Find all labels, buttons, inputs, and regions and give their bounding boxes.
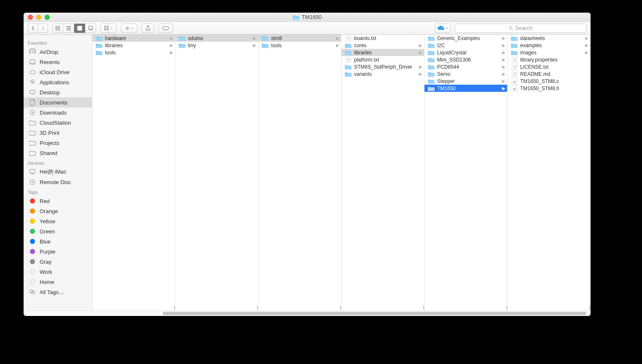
file-item[interactable]: Generic_Examples▶ <box>424 35 507 42</box>
view-list-button[interactable] <box>63 24 74 33</box>
sidebar-item-hei-imac[interactable]: Hei的 iMac <box>24 167 92 177</box>
chevron-right-icon: ▶ <box>419 43 422 48</box>
zoom-window-button[interactable] <box>45 15 50 20</box>
chevron-right-icon: ▶ <box>502 43 505 48</box>
sidebar-item-gray[interactable]: Gray <box>24 257 92 267</box>
chevron-right-icon: ▶ <box>336 36 339 40</box>
folder-icon <box>428 64 435 70</box>
imac-icon <box>29 168 36 176</box>
file-item[interactable]: variants▶ <box>341 70 424 78</box>
sidebar-item-label: All Tags… <box>40 289 64 295</box>
sidebar-item-blue[interactable]: Blue <box>24 236 92 246</box>
file-item[interactable]: LiquidCrystal▶ <box>424 49 507 56</box>
file-item[interactable]: sduino▶ <box>175 35 258 42</box>
tags-button[interactable] <box>158 24 173 33</box>
file-item[interactable]: examples▶ <box>508 42 590 49</box>
file-name: PCD8544 <box>437 64 500 70</box>
file-item[interactable]: tools▶ <box>92 49 175 56</box>
view-gallery-button[interactable] <box>85 24 96 33</box>
view-columns-button[interactable] <box>74 24 85 33</box>
nav-back-button[interactable] <box>28 24 38 33</box>
svg-rect-3 <box>58 29 60 30</box>
file-item[interactable]: boards.txt <box>341 35 424 42</box>
sidebar-item-desktop[interactable]: Desktop <box>24 87 92 97</box>
file-item[interactable]: PCD8544▶ <box>424 63 507 70</box>
file-item[interactable]: library.properties <box>508 56 590 63</box>
arrange-button[interactable] <box>100 24 117 33</box>
horizontal-scrollbar[interactable] <box>24 310 591 316</box>
file-item[interactable]: STM8S_StdPeriph_Driver▶ <box>341 63 424 70</box>
column-0[interactable]: hardware▶libraries▶tools▶|| <box>92 35 175 310</box>
file-item[interactable]: libraries▶ <box>341 49 424 56</box>
svg-point-20 <box>30 290 33 293</box>
file-item[interactable]: Servo▶ <box>424 70 507 78</box>
close-window-button[interactable] <box>28 15 33 20</box>
file-item[interactable]: Stepper▶ <box>424 78 507 85</box>
column-1[interactable]: sduino▶tiny▶|| <box>175 35 258 310</box>
file-item[interactable]: README.md <box>508 70 590 78</box>
svg-rect-5 <box>89 26 93 29</box>
window-body: FavoritesAirDropRecentsiCloud DriveAppli… <box>24 35 591 310</box>
sidebar-item-airdrop[interactable]: AirDrop <box>24 47 92 57</box>
file-item[interactable]: Mini_SSD1306▶ <box>424 56 507 63</box>
sidebar-item-documents[interactable]: Documents <box>24 97 92 107</box>
file-name: TM1650_STM8.c <box>520 78 588 84</box>
chevron-right-icon: ▶ <box>502 64 505 69</box>
file-item[interactable]: images▶ <box>508 49 590 56</box>
sidebar-item-green[interactable]: Green <box>24 226 92 236</box>
icloud-status-button[interactable] <box>435 24 451 33</box>
sidebar-item-3d-print[interactable]: 3D Print <box>24 128 92 138</box>
desktop-icon <box>29 88 36 96</box>
sidebar-item-shared[interactable]: Shared <box>24 148 92 158</box>
svg-rect-11 <box>163 27 169 30</box>
file-item[interactable]: stm8▶ <box>258 35 341 42</box>
file-item[interactable]: libraries▶ <box>92 42 175 49</box>
tag-icon <box>29 258 36 265</box>
sidebar-item-downloads[interactable]: Downloads <box>24 107 92 118</box>
sidebar-item-work[interactable]: Work <box>24 267 92 277</box>
search-placeholder: Search <box>515 25 532 31</box>
search-input[interactable]: Search <box>455 24 586 33</box>
view-icons-button[interactable] <box>52 24 63 33</box>
file-item[interactable]: tools▶ <box>258 42 341 49</box>
column-3[interactable]: boards.txtcores▶libraries▶platform.txtST… <box>341 35 424 310</box>
chevron-down-icon <box>446 27 448 29</box>
file-item[interactable]: TM1650▶ <box>424 85 507 92</box>
sidebar-item-projects[interactable]: Projects <box>24 138 92 148</box>
file-item[interactable]: tiny▶ <box>175 42 258 49</box>
folder-icon <box>511 43 518 48</box>
column-5[interactable]: datasheets▶examples▶images▶library.prope… <box>508 35 591 310</box>
sidebar-item-cloudstation[interactable]: CloudStation <box>24 118 92 128</box>
sidebar-item-applications[interactable]: Applications <box>24 77 92 87</box>
sidebar-item-purple[interactable]: Purple <box>24 246 92 257</box>
file-item[interactable]: LICENSE.txt <box>508 63 590 70</box>
tag-icon <box>29 248 36 255</box>
column-2[interactable]: stm8▶tools▶|| <box>258 35 341 310</box>
minimize-window-button[interactable] <box>36 15 41 20</box>
file-name: I2C <box>437 43 500 48</box>
file-item[interactable]: cores▶ <box>341 42 424 49</box>
svg-rect-7 <box>105 29 106 30</box>
sidebar-item-home[interactable]: Home <box>24 277 92 287</box>
sidebar-item-all-tags-[interactable]: All Tags… <box>24 287 92 297</box>
action-button[interactable] <box>121 24 137 33</box>
share-button[interactable] <box>142 24 154 33</box>
tag-icon <box>29 207 36 215</box>
svg-rect-8 <box>107 26 108 27</box>
sidebar-item-yellow[interactable]: Yellow <box>24 216 92 226</box>
file-item[interactable]: cTM1650_STM8.c <box>508 78 590 85</box>
file-item[interactable]: hardware▶ <box>92 35 175 42</box>
sidebar-item-red[interactable]: Red <box>24 196 92 206</box>
sidebar-item-remote-disc[interactable]: Remote Disc <box>24 177 92 187</box>
nav-forward-button[interactable] <box>38 24 48 33</box>
file-item[interactable]: I2C▶ <box>424 42 507 49</box>
scrollbar-thumb[interactable] <box>163 312 586 315</box>
file-item[interactable]: hTM1650_STM8.h <box>508 85 590 92</box>
file-item[interactable]: datasheets▶ <box>508 35 590 42</box>
file-item[interactable]: platform.txt <box>341 56 424 63</box>
column-4[interactable]: Generic_Examples▶I2C▶LiquidCrystal▶Mini_… <box>424 35 508 310</box>
sidebar-item-recents[interactable]: Recents <box>24 57 92 67</box>
sidebar-item-icloud-drive[interactable]: iCloud Drive <box>24 67 92 77</box>
sidebar-item-orange[interactable]: Orange <box>24 206 92 216</box>
sidebar-item-label: Purple <box>40 249 56 255</box>
